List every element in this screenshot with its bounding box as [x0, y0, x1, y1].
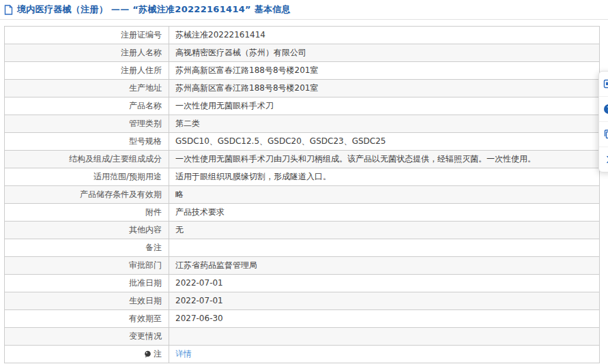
- row-value: 2022-07-01: [169, 292, 599, 309]
- chevron-right-icon: [603, 154, 608, 165]
- form-icon: [603, 78, 608, 89]
- help-icon: ?: [603, 104, 608, 115]
- row-value: 苏州高新区富春江路188号8号楼201室: [169, 80, 599, 97]
- registration-info-table: 注册证编号 苏械注准20222161414 注册人名称 高视精密医疗器械（苏州）…: [4, 26, 600, 363]
- row-value: [169, 239, 599, 256]
- row-label: 产品名称: [5, 97, 169, 115]
- table-row: 产品储存条件及有效期 略: [5, 185, 599, 203]
- note-row-label: 注: [5, 346, 169, 363]
- row-label: 其他内容: [5, 222, 169, 239]
- table-row: 生产地址 苏州高新区富春江路188号8号楼201室: [5, 79, 599, 97]
- row-label: 适用范围/预期用途: [5, 168, 169, 185]
- table-row: 审批部门 江苏省药品监督管理局: [5, 256, 599, 274]
- table-row: 备注: [5, 239, 599, 256]
- table-row: 生效日期 2022-07-01: [5, 292, 599, 309]
- row-value: GSDC10、GSDC12.5、GSDC20、GSDC23、GSDC25: [169, 133, 599, 150]
- row-label: 注册人住所: [5, 62, 169, 79]
- detail-link[interactable]: 详情: [175, 349, 192, 359]
- table-row: 其他内容 无: [5, 221, 599, 239]
- page-title: 境内医疗器械（注册） —— “苏械注准20222161414” 基本信息: [17, 3, 291, 16]
- row-label: 生效日期: [5, 292, 169, 309]
- row-label: 型号规格: [5, 133, 169, 150]
- table-row: 变更情况: [5, 327, 599, 345]
- copy-icon: [603, 129, 608, 140]
- row-value: 一次性使用无菌眼科手术刀由刀头和刀柄组成。该产品以无菌状态提供，经辐照灭菌。一次…: [169, 151, 599, 168]
- row-value: 高视精密医疗器械（苏州）有限公司: [169, 44, 599, 61]
- row-label: 注册证编号: [5, 27, 169, 44]
- row-value: [169, 328, 599, 345]
- row-value: 无: [169, 222, 599, 239]
- table-row: 结构及组成/主要组成成分 一次性使用无菌眼科手术刀由刀头和刀柄组成。该产品以无菌…: [5, 150, 599, 168]
- row-label: 附件: [5, 204, 169, 221]
- row-value: 适用于眼组织巩膜缘切割，形成隧道入口。: [169, 168, 599, 185]
- table-row: 产品名称 一次性使用无菌眼科手术刀: [5, 97, 599, 115]
- row-value: 一次性使用无菌眼科手术刀: [169, 97, 599, 115]
- copy-button[interactable]: [599, 121, 608, 147]
- table-row: 适用范围/预期用途 适用于眼组织巩膜缘切割，形成隧道入口。: [5, 168, 599, 185]
- table-row: 有效期至 2027-06-30: [5, 309, 599, 327]
- row-value: 略: [169, 186, 599, 203]
- row-value: 苏械注准20222161414: [169, 27, 599, 44]
- document-icon: [4, 5, 13, 15]
- page-header: 境内医疗器械（注册） —— “苏械注准20222161414” 基本信息: [0, 0, 608, 20]
- row-value: 产品技术要求: [169, 204, 599, 221]
- table-row: 型号规格 GSDC10、GSDC12.5、GSDC20、GSDC23、GSDC2…: [5, 132, 599, 150]
- collapse-button[interactable]: [599, 147, 608, 172]
- table-row: 注册人名称 高视精密医疗器械（苏州）有限公司: [5, 44, 599, 61]
- row-label: 批准日期: [5, 275, 169, 292]
- row-value: 第二类: [169, 115, 599, 132]
- table-row: 附件 产品技术要求: [5, 203, 599, 221]
- row-value: 2027-06-30: [169, 310, 599, 327]
- table-row: 注册证编号 苏械注准20222161414: [5, 27, 599, 44]
- row-label: 注册人名称: [5, 44, 169, 61]
- row-label: 有效期至: [5, 310, 169, 327]
- row-label: 管理类别: [5, 115, 169, 132]
- note-label-text: 注: [154, 346, 162, 363]
- table-row: 注册人住所 苏州高新区富春江路188号8号楼201室: [5, 61, 599, 79]
- row-value: 江苏省药品监督管理局: [169, 257, 599, 274]
- row-label: 结构及组成/主要组成成分: [5, 151, 169, 168]
- row-value: 2022-07-01: [169, 275, 599, 292]
- note-row-value: 详情: [169, 346, 599, 363]
- table-row: 管理类别 第二类: [5, 115, 599, 132]
- row-label: 备注: [5, 239, 169, 256]
- side-toolbar: ?: [598, 71, 608, 172]
- form-button[interactable]: [599, 72, 608, 96]
- row-label: 产品储存条件及有效期: [5, 186, 169, 203]
- help-button[interactable]: ?: [599, 96, 608, 121]
- row-label: 生产地址: [5, 80, 169, 97]
- row-value: 苏州高新区富春江路188号8号楼201室: [169, 62, 599, 79]
- row-label: 审批部门: [5, 257, 169, 274]
- table-row: 批准日期 2022-07-01: [5, 274, 599, 292]
- row-label: 变更情况: [5, 328, 169, 345]
- note-icon: [144, 350, 151, 359]
- note-row: 注 详情: [5, 345, 599, 363]
